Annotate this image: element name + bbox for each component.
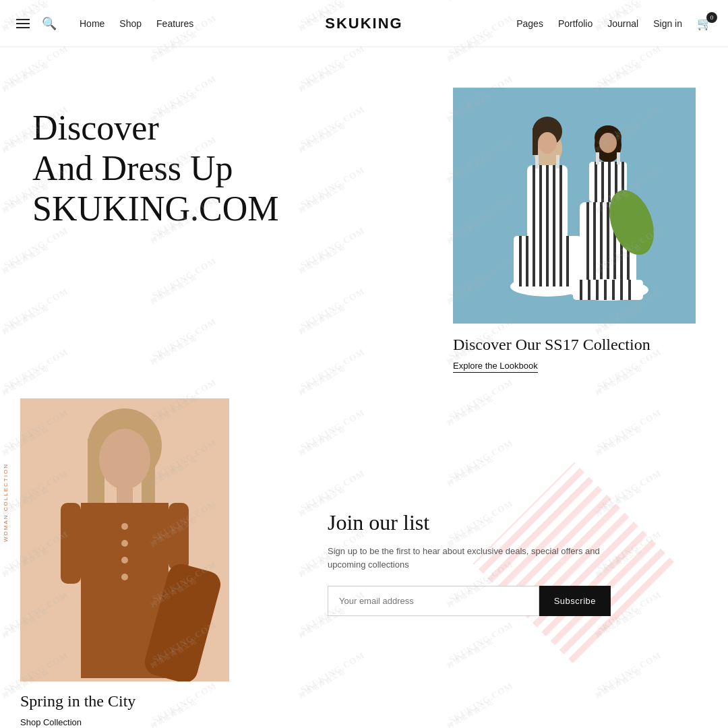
svg-rect-57 (117, 485, 133, 505)
spring-text: Spring in the City Shop Collection (0, 681, 229, 728)
svg-rect-45 (588, 280, 590, 300)
newsletter-section: Join our list Sign up to be the first to… (256, 398, 696, 728)
search-icon[interactable]: 🔍 (42, 16, 57, 31)
svg-rect-44 (580, 280, 582, 300)
hero-title: Discover And Dress Up SKUKING.COM (32, 108, 426, 229)
svg-point-56 (99, 429, 150, 489)
svg-rect-3 (533, 128, 538, 155)
newsletter-form: Subscribe (328, 586, 611, 616)
nav-features[interactable]: Features (156, 18, 193, 29)
svg-rect-49 (620, 280, 623, 300)
hero-title-line1: Discover (32, 109, 159, 147)
left-nav: Home Shop Features (80, 18, 193, 29)
svg-point-63 (121, 557, 128, 564)
svg-rect-14 (526, 236, 528, 286)
signin-button[interactable]: Sign in (653, 18, 682, 29)
bottom-section: WOMAN COLLECTION (0, 398, 728, 728)
svg-rect-29 (608, 162, 611, 202)
woman-image (20, 398, 229, 681)
nav-home[interactable]: Home (80, 18, 104, 29)
svg-rect-47 (604, 280, 607, 300)
svg-rect-50 (628, 280, 631, 300)
svg-point-61 (121, 523, 128, 530)
svg-rect-13 (519, 236, 522, 286)
svg-rect-36 (593, 202, 596, 290)
svg-rect-66 (169, 503, 189, 570)
woman-collection-label: WOMAN COLLECTION (3, 462, 9, 543)
shop-collection-link[interactable]: Shop Collection (20, 717, 82, 728)
newsletter-description: Sign up to be the first to hear about ex… (328, 545, 611, 571)
hero-image (453, 88, 696, 324)
woman-collection: WOMAN COLLECTION (0, 398, 229, 728)
svg-rect-28 (601, 162, 604, 202)
nav-shop[interactable]: Shop (119, 18, 142, 29)
hero-right: NEW ARRIVAL (453, 88, 696, 371)
spring-title: Spring in the City (20, 692, 229, 710)
svg-rect-37 (600, 202, 603, 290)
svg-rect-65 (61, 503, 81, 584)
nav-pages[interactable]: Pages (516, 18, 543, 29)
cart-icon-wrapper[interactable]: 🛒 0 (697, 16, 712, 31)
site-logo: SKUKING (325, 15, 402, 32)
svg-rect-43 (573, 280, 643, 300)
svg-rect-48 (612, 280, 615, 300)
header-right: Pages Portfolio Journal Sign in 🛒 0 (516, 16, 712, 31)
svg-rect-21 (535, 155, 539, 169)
svg-rect-17 (546, 236, 549, 286)
nav-portfolio[interactable]: Portfolio (558, 18, 593, 29)
newsletter-content: Join our list Sign up to be the first to… (328, 510, 611, 616)
svg-rect-15 (533, 236, 535, 286)
svg-rect-19 (559, 236, 562, 286)
svg-point-64 (121, 574, 128, 580)
hero-title-line2: And Dress Up (32, 149, 233, 187)
nav-journal[interactable]: Journal (607, 18, 638, 29)
hero-section: Discover And Dress Up SKUKING.COM NEW AR… (0, 47, 728, 398)
svg-rect-27 (595, 162, 597, 202)
svg-rect-22 (556, 155, 559, 169)
svg-rect-35 (586, 202, 589, 290)
header-left: 🔍 Home Shop Features (16, 16, 193, 31)
svg-rect-18 (553, 236, 555, 286)
svg-rect-38 (607, 202, 609, 290)
collection-text: Discover Our SS17 Collection Explore the… (453, 336, 696, 371)
svg-point-62 (121, 540, 128, 547)
svg-rect-33 (617, 152, 620, 164)
subscribe-button[interactable]: Subscribe (539, 586, 611, 616)
svg-point-25 (599, 133, 617, 153)
newsletter-title: Join our list (328, 510, 611, 535)
svg-rect-46 (596, 280, 599, 300)
cart-count-badge: 0 (706, 12, 717, 23)
hero-text: Discover And Dress Up SKUKING.COM (32, 88, 426, 371)
svg-rect-16 (539, 236, 542, 286)
email-input[interactable] (328, 586, 539, 616)
svg-point-4 (538, 132, 557, 154)
header: 🔍 Home Shop Features SKUKING Pages Portf… (0, 0, 728, 47)
hamburger-menu-icon[interactable] (16, 19, 30, 28)
collection-title: Discover Our SS17 Collection (453, 336, 696, 354)
explore-lookbook-link[interactable]: Explore the Lookbook (453, 361, 538, 373)
hero-title-line3: SKUKING.COM (32, 189, 278, 228)
svg-rect-32 (596, 152, 599, 164)
svg-rect-20 (566, 236, 569, 286)
